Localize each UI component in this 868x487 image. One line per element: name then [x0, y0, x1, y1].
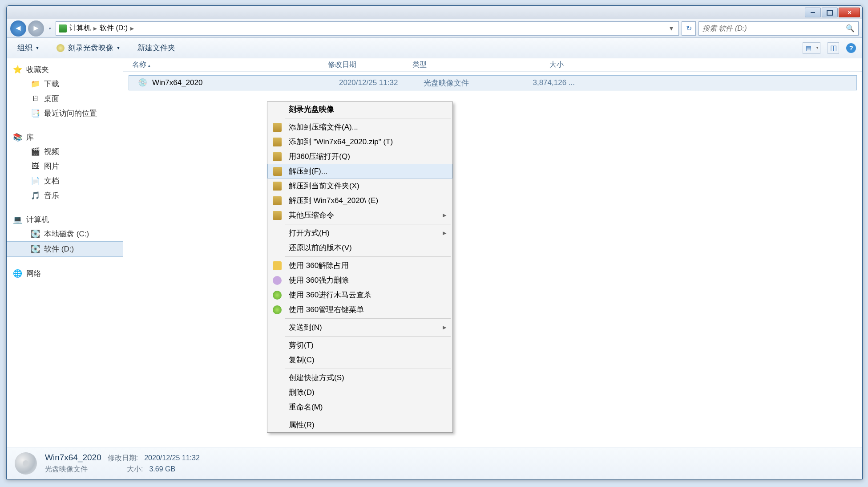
context-item[interactable]: 解压到 Win7x64_2020\ (E) — [267, 193, 452, 208]
forward-button[interactable]: ► — [28, 20, 44, 37]
zip-icon — [273, 182, 282, 191]
360o-icon — [273, 261, 282, 270]
column-headers[interactable]: 名称▴ 修改日期 类型 大小 — [123, 58, 862, 72]
submenu-arrow-icon: ▶ — [443, 212, 446, 218]
search-icon[interactable]: 🔍 — [846, 24, 855, 32]
status-size-label: 大小: — [127, 465, 143, 474]
new-folder-button[interactable]: 新建文件夹 — [133, 40, 180, 56]
status-filename: Win7x64_2020 — [45, 453, 101, 463]
context-label: 添加到压缩文件(A)... — [289, 122, 358, 132]
context-item[interactable]: 用360压缩打开(Q) — [267, 149, 452, 164]
computer-header[interactable]: 💻计算机 — [7, 213, 123, 227]
favorites-header[interactable]: ⭐收藏夹 — [7, 63, 123, 77]
drive-icon: 💽 — [31, 245, 40, 254]
context-item[interactable]: 使用 360管理右键菜单 — [267, 302, 452, 317]
sidebar-item-drive-c[interactable]: 💽本地磁盘 (C:) — [7, 227, 123, 241]
organize-menu[interactable]: 组织▼ — [13, 40, 44, 56]
context-label: 复制(C) — [289, 355, 315, 365]
libraries-header[interactable]: 📚库 — [7, 130, 123, 144]
column-date[interactable]: 修改日期 — [328, 60, 412, 69]
context-label: 创建快捷方式(S) — [289, 373, 344, 383]
context-item[interactable]: 添加到 "Win7x64_2020.zip" (T) — [267, 134, 452, 149]
context-separator — [285, 336, 451, 337]
breadcrumb-part[interactable]: 计算机 — [69, 24, 91, 33]
sidebar-item-music[interactable]: 🎵音乐 — [7, 188, 123, 203]
context-item[interactable]: 打开方式(H)▶ — [267, 226, 452, 240]
close-button[interactable] — [839, 8, 860, 17]
back-button[interactable]: ◄ — [10, 20, 26, 37]
context-separator — [285, 416, 451, 416]
document-icon: 📄 — [31, 177, 40, 186]
context-item[interactable]: 解压到当前文件夹(X) — [267, 179, 452, 193]
details-pane: Win7x64_2020 修改日期: 2020/12/25 11:32 光盘映像… — [7, 447, 862, 479]
titlebar — [7, 6, 862, 19]
context-item[interactable]: 发送到(N)▶ — [267, 320, 452, 335]
sidebar-item-downloads[interactable]: 📁下载 — [7, 77, 123, 91]
column-type[interactable]: 类型 — [412, 60, 501, 69]
context-item[interactable]: 复制(C) — [267, 353, 452, 367]
status-date-label: 修改日期: — [108, 454, 138, 463]
context-separator — [285, 369, 451, 369]
context-item[interactable]: 重命名(M) — [267, 400, 452, 414]
context-item[interactable]: 刻录光盘映像 — [267, 102, 452, 117]
minimize-button[interactable] — [805, 8, 821, 17]
context-item[interactable]: 使用 360解除占用 — [267, 258, 452, 273]
context-item[interactable]: 解压到(F)... — [267, 164, 452, 179]
context-separator — [285, 318, 451, 319]
folder-icon: 📁 — [31, 80, 40, 89]
zip-icon — [273, 167, 282, 176]
drive-icon — [59, 24, 67, 32]
video-icon: 🎬 — [31, 147, 40, 156]
context-item[interactable]: 剪切(T) — [267, 338, 452, 353]
context-item[interactable]: 创建快捷方式(S) — [267, 370, 452, 385]
desktop-icon: 🖥 — [31, 94, 40, 103]
submenu-arrow-icon: ▶ — [443, 230, 446, 236]
sidebar-item-desktop[interactable]: 🖥桌面 — [7, 91, 123, 106]
view-toggle[interactable] — [803, 42, 820, 54]
preview-pane-toggle[interactable] — [828, 42, 839, 54]
address-dropdown[interactable]: ▾ — [667, 24, 676, 32]
context-label: 添加到 "Win7x64_2020.zip" (T) — [289, 137, 393, 147]
network-header[interactable]: 🌐网络 — [7, 267, 123, 280]
context-label: 使用 360管理右键菜单 — [289, 304, 364, 315]
file-row[interactable]: 💿 Win7x64_2020 2020/12/25 11:32 光盘映像文件 3… — [129, 75, 857, 90]
zip-icon — [273, 211, 282, 220]
sidebar-item-documents[interactable]: 📄文档 — [7, 174, 123, 188]
search-box[interactable]: 🔍 — [698, 21, 859, 36]
sidebar-item-pictures[interactable]: 🖼图片 — [7, 159, 123, 174]
address-bar[interactable]: 计算机 ▸ 软件 (D:) ▸ ▾ — [56, 21, 679, 36]
context-menu: 刻录光盘映像添加到压缩文件(A)...添加到 "Win7x64_2020.zip… — [267, 101, 453, 433]
help-icon[interactable]: ? — [846, 43, 856, 53]
breadcrumb-separator: ▸ — [93, 24, 97, 32]
context-label: 其他压缩命令 — [289, 210, 334, 220]
context-item[interactable]: 使用 360强力删除 — [267, 273, 452, 288]
file-list: 💿 Win7x64_2020 2020/12/25 11:32 光盘映像文件 3… — [123, 72, 862, 447]
picture-icon: 🖼 — [31, 162, 40, 171]
context-item[interactable]: 属性(R) — [267, 418, 452, 432]
context-label: 发送到(N) — [289, 322, 322, 333]
library-icon: 📚 — [13, 133, 22, 142]
column-name[interactable]: 名称▴ — [132, 60, 328, 69]
context-separator — [285, 224, 451, 224]
star-icon: ⭐ — [13, 65, 22, 74]
burn-button[interactable]: 刻录光盘映像▼ — [52, 40, 125, 56]
sidebar-item-drive-d[interactable]: 💽软件 (D:) — [7, 241, 123, 257]
maximize-button[interactable] — [822, 8, 838, 17]
search-input[interactable] — [702, 24, 846, 32]
context-item[interactable]: 删除(D) — [267, 385, 452, 400]
context-label: 使用 360解除占用 — [289, 260, 349, 271]
history-dropdown[interactable] — [47, 22, 53, 35]
context-item[interactable]: 添加到压缩文件(A)... — [267, 120, 452, 134]
sidebar-item-recent[interactable]: 📑最近访问的位置 — [7, 106, 123, 121]
status-date-value: 2020/12/25 11:32 — [144, 454, 200, 462]
360g-icon — [273, 291, 282, 300]
refresh-button[interactable] — [682, 21, 696, 36]
zip-icon — [273, 123, 282, 132]
context-item[interactable]: 使用 360进行木马云查杀 — [267, 288, 452, 302]
sidebar-item-videos[interactable]: 🎬视频 — [7, 144, 123, 159]
column-size[interactable]: 大小 — [501, 60, 564, 69]
context-item[interactable]: 还原以前的版本(V) — [267, 240, 452, 255]
context-label: 解压到当前文件夹(X) — [289, 181, 359, 191]
breadcrumb-part[interactable]: 软件 (D:) — [100, 24, 128, 33]
context-item[interactable]: 其他压缩命令▶ — [267, 208, 452, 223]
